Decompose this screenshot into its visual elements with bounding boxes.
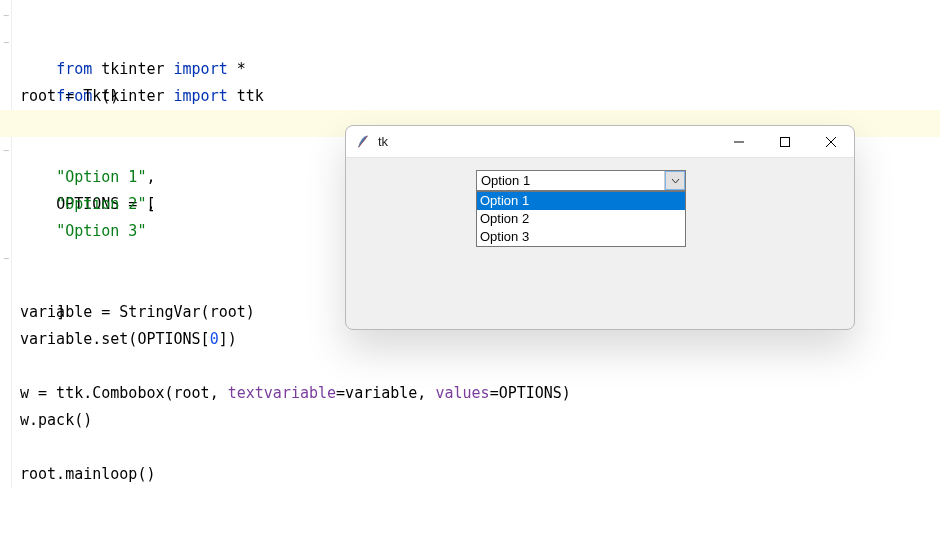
combobox[interactable]: Option 1 <box>476 170 686 191</box>
code-line: w.pack() <box>0 407 940 434</box>
window-title: tk <box>378 134 388 149</box>
code-line: root.mainloop() <box>0 461 940 488</box>
code-line: − from tkinter import ttk <box>0 29 940 56</box>
dropdown-option[interactable]: Option 3 <box>477 228 685 246</box>
code-line: w = ttk.Combobox(root, textvariable=vari… <box>0 380 940 407</box>
fold-marker[interactable]: − <box>2 143 10 157</box>
code-line: root = Tk() <box>0 83 940 110</box>
close-button[interactable] <box>808 126 854 158</box>
code-line <box>0 353 940 380</box>
window-client-area: Option 1 Option 1 Option 2 Option 3 <box>346 158 854 329</box>
fold-marker[interactable]: − <box>2 35 10 49</box>
dropdown-option[interactable]: Option 1 <box>477 192 685 210</box>
combobox-dropdown[interactable]: Option 1 Option 2 Option 3 <box>476 191 686 247</box>
window-buttons <box>716 126 854 158</box>
code-line <box>0 434 940 461</box>
combobox-text[interactable]: Option 1 <box>477 171 665 190</box>
maximize-button[interactable] <box>762 126 808 158</box>
fold-marker[interactable]: − <box>2 8 10 22</box>
chevron-down-icon <box>671 178 680 184</box>
svg-rect-1 <box>781 138 790 147</box>
tk-feather-icon <box>356 135 370 149</box>
dropdown-option[interactable]: Option 2 <box>477 210 685 228</box>
code-line <box>0 56 940 83</box>
code-line: − from tkinter import * <box>0 2 940 29</box>
minimize-button[interactable] <box>716 126 762 158</box>
tk-window[interactable]: tk Option 1 Option 1 Option 2 Option 3 <box>345 125 855 330</box>
close-icon <box>826 137 836 147</box>
maximize-icon <box>780 137 790 147</box>
combobox-button[interactable] <box>665 171 685 190</box>
minimize-icon <box>734 137 744 147</box>
code-line: variable.set(OPTIONS[0]) <box>0 326 940 353</box>
fold-marker[interactable]: − <box>2 251 10 265</box>
titlebar[interactable]: tk <box>346 126 854 158</box>
